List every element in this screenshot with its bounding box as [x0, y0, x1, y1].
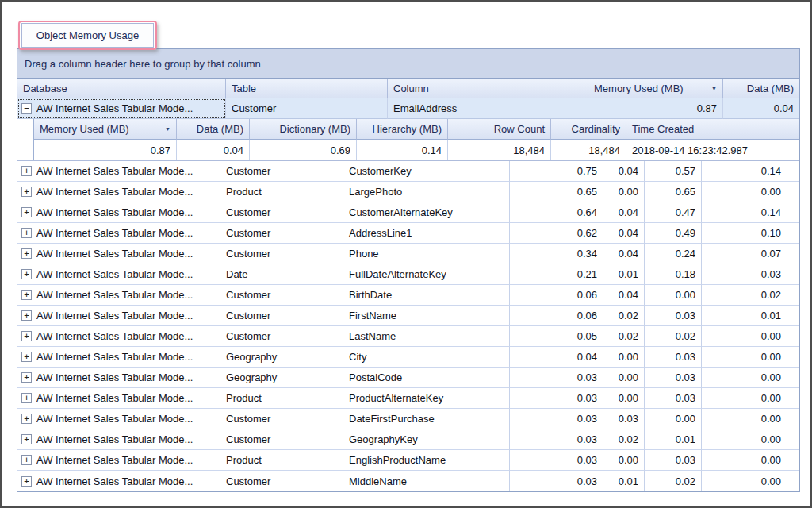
detail-header-row-count[interactable]: Row Count — [448, 119, 551, 140]
detail-header-time-created[interactable]: Time Created — [626, 119, 799, 140]
table-row[interactable]: + AW Internet Sales Tabular Mode... Geog… — [17, 347, 799, 368]
cell-data[interactable]: 0.04 — [603, 161, 645, 182]
cell-table[interactable]: Date — [220, 264, 343, 285]
cell-column[interactable]: LargePhoto — [343, 182, 510, 202]
cell-database[interactable]: + AW Internet Sales Tabular Mode... — [17, 264, 220, 285]
cell-dictionary[interactable]: 0.03 — [645, 450, 702, 471]
cell-database[interactable]: + AW Internet Sales Tabular Mode... — [17, 409, 220, 429]
cell-table[interactable]: Customer — [220, 306, 343, 326]
header-column[interactable]: Column — [388, 79, 588, 98]
cell-dictionary[interactable]: 0.49 — [645, 223, 702, 244]
cell-column[interactable]: BirthDate — [343, 285, 510, 306]
cell-column[interactable]: City — [343, 347, 510, 368]
table-row[interactable]: + AW Internet Sales Tabular Mode... Cust… — [17, 306, 799, 326]
cell-memory-used[interactable]: 0.04 — [510, 347, 603, 368]
table-row[interactable]: + AW Internet Sales Tabular Mode... Prod… — [17, 182, 799, 202]
cell-hierarchy[interactable]: 0.00 — [702, 182, 787, 202]
expand-icon[interactable]: + — [21, 290, 32, 300]
expand-icon[interactable]: + — [21, 248, 32, 259]
cell-dictionary[interactable]: 0.03 — [645, 306, 702, 326]
cell-memory-used[interactable]: 0.06 — [510, 306, 603, 326]
table-row[interactable]: + AW Internet Sales Tabular Mode... Geog… — [17, 368, 799, 388]
cell-dictionary[interactable]: 0.18 — [645, 264, 702, 285]
cell-column[interactable]: AddressLine1 — [343, 223, 510, 244]
expand-icon[interactable]: + — [21, 187, 32, 197]
cell-database[interactable]: + AW Internet Sales Tabular Mode... — [17, 223, 220, 244]
collapse-icon[interactable]: − — [21, 103, 32, 114]
cell-memory-used[interactable]: 0.03 — [510, 388, 603, 409]
cell-column[interactable]: EnglishProductName — [343, 450, 510, 471]
detail-header-cardinality[interactable]: Cardinality — [551, 119, 626, 140]
cell-data[interactable]: 0.00 — [603, 347, 645, 368]
cell-column[interactable]: Phone — [343, 244, 510, 264]
detail-sort-desc-icon[interactable]: ▼ — [165, 126, 170, 132]
cell-data[interactable]: 0.01 — [603, 264, 645, 285]
expand-icon[interactable]: + — [21, 393, 32, 403]
cell-data[interactable]: 0.00 — [603, 450, 645, 471]
cell-dictionary[interactable]: 0.00 — [645, 409, 702, 429]
cell-database[interactable]: + AW Internet Sales Tabular Mode... — [17, 429, 220, 450]
table-row[interactable]: + AW Internet Sales Tabular Mode... Date… — [17, 264, 799, 285]
cell-memory-used[interactable]: 0.87 — [588, 98, 723, 119]
cell-database[interactable]: + AW Internet Sales Tabular Mode... — [17, 244, 220, 264]
table-row[interactable]: + AW Internet Sales Tabular Mode... Prod… — [17, 450, 799, 471]
cell-memory-used[interactable]: 0.75 — [510, 161, 603, 182]
cell-dictionary[interactable]: 0.03 — [645, 388, 702, 409]
cell-table[interactable]: Geography — [220, 368, 343, 388]
cell-database[interactable]: + AW Internet Sales Tabular Mode... — [17, 388, 220, 409]
cell-database[interactable]: + AW Internet Sales Tabular Mode... — [17, 450, 220, 471]
cell-database[interactable]: + AW Internet Sales Tabular Mode... — [17, 161, 220, 182]
cell-database[interactable]: + AW Internet Sales Tabular Mode... — [17, 471, 220, 491]
cell-column[interactable]: FirstName — [343, 306, 510, 326]
cell-hierarchy[interactable]: 0.00 — [702, 388, 787, 409]
detail-cell-row-count[interactable]: 18,484 — [448, 140, 551, 160]
sort-desc-icon[interactable]: ▼ — [711, 86, 717, 91]
expand-icon[interactable]: + — [21, 331, 32, 341]
cell-dictionary[interactable]: 0.01 — [645, 429, 702, 450]
cell-data[interactable]: 0.04 — [603, 285, 645, 306]
tab-object-memory-usage[interactable]: Object Memory Usage — [21, 23, 154, 48]
cell-memory-used[interactable]: 0.03 — [510, 471, 603, 491]
cell-dictionary[interactable]: 0.24 — [645, 244, 702, 264]
cell-dictionary[interactable]: 0.03 — [645, 368, 702, 388]
cell-data[interactable]: 0.04 — [603, 202, 645, 223]
table-row[interactable]: + AW Internet Sales Tabular Mode... Cust… — [17, 471, 799, 491]
cell-dictionary[interactable]: 0.03 — [645, 347, 702, 368]
cell-column[interactable]: EmailAddress — [388, 98, 588, 119]
cell-database[interactable]: + AW Internet Sales Tabular Mode... — [17, 202, 220, 223]
cell-database[interactable]: − AW Internet Sales Tabular Mode... — [17, 98, 226, 119]
cell-hierarchy[interactable]: 0.00 — [702, 429, 787, 450]
cell-data[interactable]: 0.02 — [603, 306, 645, 326]
cell-data[interactable]: 0.00 — [603, 388, 645, 409]
cell-column[interactable]: LastName — [343, 326, 510, 347]
cell-hierarchy[interactable]: 0.02 — [702, 285, 787, 306]
cell-dictionary[interactable]: 0.57 — [645, 161, 702, 182]
cell-table[interactable]: Customer — [220, 285, 343, 306]
cell-memory-used[interactable]: 0.03 — [510, 368, 603, 388]
cell-table[interactable]: Customer — [220, 326, 343, 347]
cell-column[interactable]: CustomerKey — [343, 161, 510, 182]
cell-dictionary[interactable]: 0.00 — [645, 285, 702, 306]
cell-column[interactable]: GeographyKey — [343, 429, 510, 450]
detail-cell-data[interactable]: 0.04 — [177, 140, 250, 160]
cell-hierarchy[interactable]: 0.10 — [702, 223, 787, 244]
detail-cell-dictionary[interactable]: 0.69 — [250, 140, 357, 160]
cell-database[interactable]: + AW Internet Sales Tabular Mode... — [17, 326, 220, 347]
cell-table[interactable]: Customer — [220, 429, 343, 450]
detail-header-hierarchy[interactable]: Hierarchy (MB) — [357, 119, 448, 140]
cell-data[interactable]: 0.00 — [603, 182, 645, 202]
expand-icon[interactable]: + — [21, 414, 32, 424]
cell-table[interactable]: Product — [220, 388, 343, 409]
detail-header-dictionary[interactable]: Dictionary (MB) — [250, 119, 357, 140]
cell-database[interactable]: + AW Internet Sales Tabular Mode... — [17, 368, 220, 388]
cell-database[interactable]: + AW Internet Sales Tabular Mode... — [17, 285, 220, 306]
master-row[interactable]: − AW Internet Sales Tabular Mode... Cust… — [17, 98, 799, 119]
expand-icon[interactable]: + — [21, 434, 32, 444]
cell-table[interactable]: Customer — [226, 98, 388, 119]
expand-icon[interactable]: + — [21, 207, 32, 217]
cell-memory-used[interactable]: 0.21 — [510, 264, 603, 285]
cell-memory-used[interactable]: 0.03 — [510, 429, 603, 450]
table-row[interactable]: + AW Internet Sales Tabular Mode... Cust… — [17, 202, 799, 223]
expand-icon[interactable]: + — [21, 476, 32, 487]
cell-table[interactable]: Customer — [220, 244, 343, 264]
